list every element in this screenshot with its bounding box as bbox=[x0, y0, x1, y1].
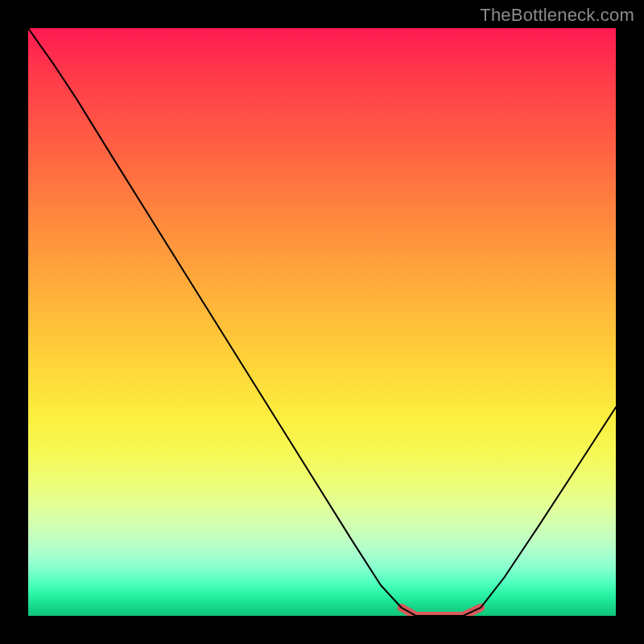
line-overlay-svg bbox=[28, 28, 616, 616]
plot-area bbox=[28, 28, 616, 616]
watermark-text: TheBottleneck.com bbox=[480, 5, 634, 26]
main-curve bbox=[28, 28, 616, 616]
chart-frame: TheBottleneck.com bbox=[0, 0, 644, 644]
